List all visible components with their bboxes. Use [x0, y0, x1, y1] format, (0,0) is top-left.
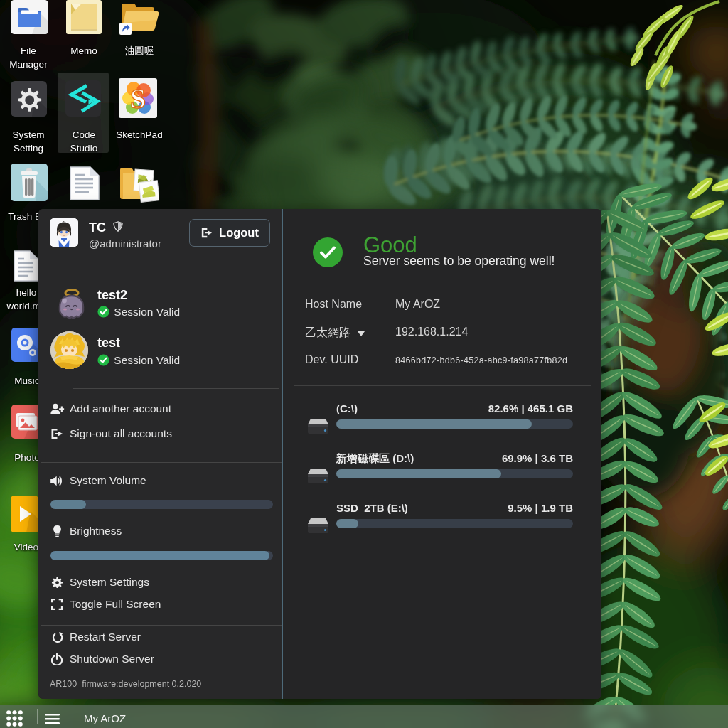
svg-text:S: S [130, 82, 146, 114]
